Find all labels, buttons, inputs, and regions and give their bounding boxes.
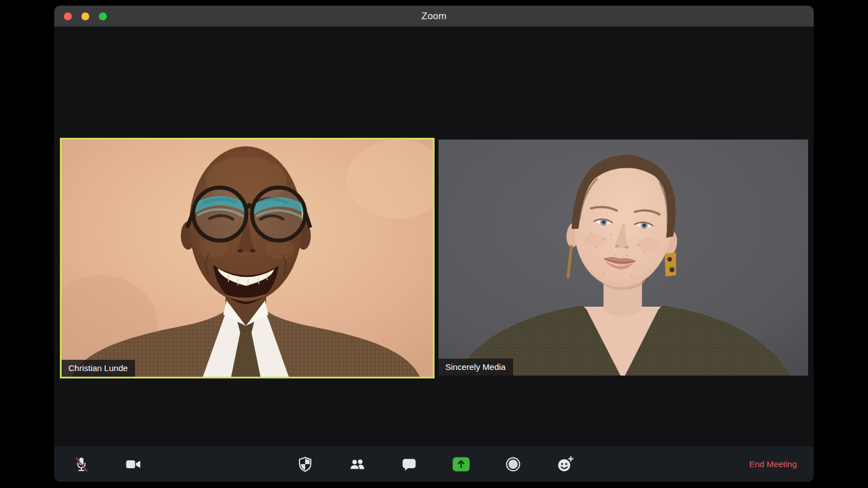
video-grid: Christian Lunde — [54, 27, 814, 446]
start-video-button[interactable] — [107, 446, 159, 482]
chat-bubble-icon — [401, 456, 418, 473]
reactions-smiley-plus-icon — [556, 455, 574, 473]
share-screen-arrow-icon — [452, 456, 471, 473]
titlebar[interactable]: Zoom — [54, 6, 814, 27]
participant-name-label: Sincerely Media — [439, 359, 513, 376]
video-feed-sincerely-media — [439, 140, 808, 376]
mute-button[interactable] — [55, 446, 107, 482]
chat-button[interactable] — [383, 446, 435, 482]
participants-button[interactable] — [331, 446, 383, 482]
reactions-button[interactable] — [539, 446, 591, 482]
record-button[interactable] — [487, 446, 539, 482]
microphone-muted-icon — [72, 455, 90, 473]
security-button[interactable] — [279, 446, 331, 482]
zoom-app-window: Zoom — [54, 6, 814, 482]
participants-icon — [348, 456, 366, 473]
participant-name-label: Christian Lunde — [62, 360, 135, 377]
meeting-toolbar: End Meeting — [54, 446, 814, 482]
end-meeting-button[interactable]: End Meeting — [749, 446, 797, 482]
record-circle-icon — [505, 456, 522, 473]
share-screen-button[interactable] — [435, 446, 487, 482]
toolbar-av-group — [55, 446, 159, 482]
shield-icon — [297, 456, 314, 473]
toolbar-tools-group — [279, 446, 591, 482]
video-camera-icon — [124, 455, 143, 473]
window-title: Zoom — [54, 11, 814, 22]
video-tile-christian-lunde[interactable]: Christian Lunde — [60, 138, 435, 378]
video-feed-christian-lunde — [62, 140, 433, 377]
video-tile-sincerely-media[interactable]: Sincerely Media — [439, 140, 808, 376]
